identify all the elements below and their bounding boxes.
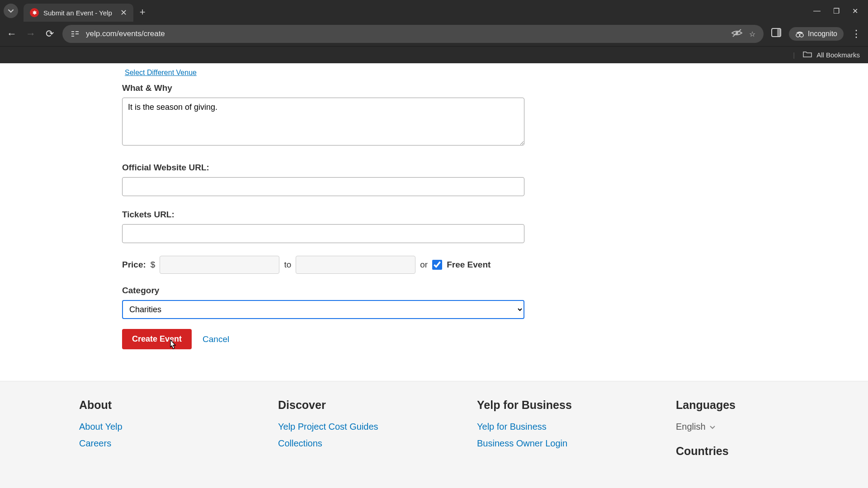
maximize-icon[interactable]: ❐ <box>833 7 840 15</box>
menu-icon[interactable]: ⋮ <box>850 28 863 40</box>
website-url-input[interactable] <box>122 177 524 196</box>
close-window-icon[interactable]: ✕ <box>852 7 858 15</box>
new-tab-button[interactable]: + <box>140 6 146 18</box>
reload-button[interactable]: ⟳ <box>43 28 56 40</box>
what-why-label: What & Why <box>122 83 538 93</box>
tab-bar: ✱ Submit an Event - Yelp ✕ + — ❐ ✕ <box>0 0 868 22</box>
footer-languages-head: Languages <box>676 399 789 412</box>
site-info-icon[interactable] <box>71 30 80 38</box>
address-bar[interactable]: yelp.com/events/create ☆ <box>62 25 764 43</box>
language-selected: English <box>676 422 706 432</box>
free-event-checkbox[interactable] <box>432 260 442 270</box>
svg-rect-3 <box>75 31 79 32</box>
language-selector[interactable]: English <box>676 422 789 432</box>
yelp-favicon-icon: ✱ <box>30 8 39 17</box>
window-controls: — ❐ ✕ <box>813 7 868 15</box>
or-text: or <box>420 260 428 270</box>
footer-link-about-yelp[interactable]: About Yelp <box>79 422 251 432</box>
bookmarks-bar: | All Bookmarks <box>0 46 868 63</box>
svg-point-10 <box>800 33 803 37</box>
price-to-input[interactable] <box>296 256 415 274</box>
side-panel-icon[interactable] <box>770 28 783 40</box>
what-why-textarea[interactable] <box>122 98 524 145</box>
category-select[interactable]: Charities <box>122 300 524 319</box>
forward-button: → <box>24 28 37 40</box>
footer-business-col: Yelp for Business Yelp for Business Busi… <box>477 399 649 468</box>
footer: About About Yelp Careers Discover Yelp P… <box>0 381 868 488</box>
tickets-url-input[interactable] <box>122 224 524 243</box>
currency-symbol: $ <box>151 260 156 270</box>
incognito-eye-icon[interactable] <box>731 28 743 39</box>
svg-rect-2 <box>71 36 74 37</box>
svg-rect-8 <box>777 28 781 37</box>
cancel-link[interactable]: Cancel <box>203 334 229 344</box>
footer-countries-head: Countries <box>676 445 789 458</box>
all-bookmarks-link[interactable]: All Bookmarks <box>816 51 860 59</box>
incognito-badge[interactable]: Incognito <box>789 27 844 41</box>
footer-link-cost-guides[interactable]: Yelp Project Cost Guides <box>278 422 450 432</box>
tickets-url-label: Tickets URL: <box>122 210 538 220</box>
footer-about-col: About About Yelp Careers <box>79 399 251 468</box>
tab-title: Submit an Event - Yelp <box>43 9 112 17</box>
action-row: Create Event Cancel <box>122 329 538 349</box>
browser-tab[interactable]: ✱ Submit an Event - Yelp ✕ <box>24 4 133 22</box>
footer-about-head: About <box>79 399 251 412</box>
to-text: to <box>284 260 291 270</box>
url-text: yelp.com/events/create <box>86 29 725 38</box>
footer-business-head: Yelp for Business <box>477 399 649 412</box>
footer-languages-col: Languages English Countries <box>676 399 789 468</box>
free-event-label: Free Event <box>447 260 491 270</box>
svg-rect-1 <box>71 33 74 34</box>
category-label: Category <box>122 286 538 296</box>
minimize-icon[interactable]: — <box>813 7 821 15</box>
price-from-input[interactable] <box>160 256 279 274</box>
browser-chrome: ✱ Submit an Event - Yelp ✕ + — ❐ ✕ ← → ⟳… <box>0 0 868 63</box>
incognito-label: Incognito <box>808 30 837 38</box>
address-bar-row: ← → ⟳ yelp.com/events/create ☆ Incognito… <box>0 22 868 46</box>
footer-link-owner-login[interactable]: Business Owner Login <box>477 438 649 449</box>
price-row: Price: $ to or Free Event <box>122 256 538 274</box>
chevron-down-icon <box>709 422 716 432</box>
create-event-button[interactable]: Create Event <box>122 329 192 349</box>
website-url-label: Official Website URL: <box>122 163 538 173</box>
back-button[interactable]: ← <box>5 28 18 40</box>
footer-link-careers[interactable]: Careers <box>79 438 251 449</box>
event-form: Select Different Venue What & Why Offici… <box>122 63 538 349</box>
price-label: Price: <box>122 260 146 270</box>
tab-search-button[interactable] <box>4 4 18 18</box>
svg-line-6 <box>733 29 741 37</box>
page-content: Select Different Venue What & Why Offici… <box>0 63 868 488</box>
svg-rect-0 <box>71 31 74 32</box>
svg-rect-4 <box>75 33 79 34</box>
folder-icon <box>803 51 812 59</box>
footer-discover-col: Discover Yelp Project Cost Guides Collec… <box>278 399 450 468</box>
select-different-venue-link[interactable]: Select Different Venue <box>125 69 197 76</box>
footer-link-yelp-business[interactable]: Yelp for Business <box>477 422 649 432</box>
close-tab-icon[interactable]: ✕ <box>120 8 127 18</box>
bookmark-star-icon[interactable]: ☆ <box>749 30 755 38</box>
footer-discover-head: Discover <box>278 399 450 412</box>
footer-link-collections[interactable]: Collections <box>278 438 450 449</box>
svg-point-9 <box>796 33 800 37</box>
